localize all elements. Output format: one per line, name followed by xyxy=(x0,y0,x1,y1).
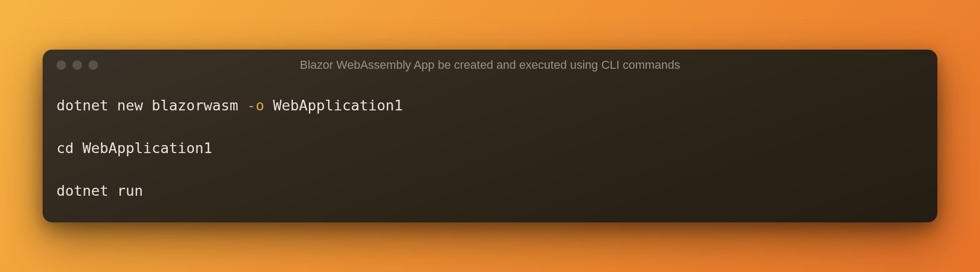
code-line-1: dotnet new blazorwasm -o WebApplication1 xyxy=(56,95,924,116)
code-flag: -o xyxy=(247,97,265,114)
title-bar: Blazor WebAssembly App be created and ex… xyxy=(43,50,937,78)
code-text: WebApplication1 xyxy=(264,97,403,114)
code-line-2: cd WebApplication1 xyxy=(56,138,924,158)
terminal-window: Blazor WebAssembly App be created and ex… xyxy=(43,50,937,222)
window-title: Blazor WebAssembly App be created and ex… xyxy=(300,58,680,72)
maximize-icon[interactable] xyxy=(88,60,98,70)
traffic-lights xyxy=(56,60,98,70)
code-line-3: dotnet run xyxy=(56,181,924,201)
minimize-icon[interactable] xyxy=(72,60,82,70)
terminal-body: dotnet new blazorwasm -o WebApplication1… xyxy=(43,78,937,201)
code-text: dotnet new blazorwasm xyxy=(56,97,247,114)
close-icon[interactable] xyxy=(56,60,66,70)
